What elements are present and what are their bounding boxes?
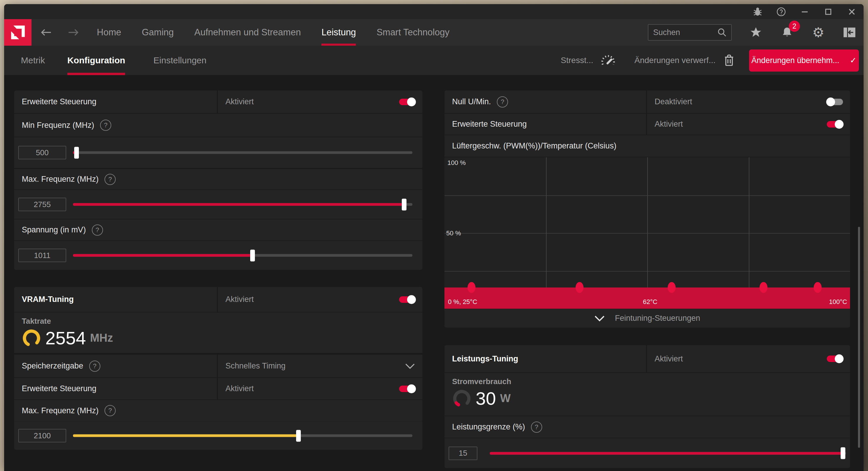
maximize-icon: [824, 7, 833, 16]
discard-changes-button[interactable]: Änderungen verwerf...: [634, 56, 716, 65]
search-box[interactable]: [648, 24, 732, 41]
min-frequency-help-icon[interactable]: ?: [100, 120, 111, 131]
power-limit-input[interactable]: [448, 446, 477, 460]
voltage-slider[interactable]: [73, 254, 412, 257]
fan-advanced-control-toggle[interactable]: [827, 121, 843, 127]
fan-curve-point[interactable]: [467, 282, 475, 293]
vram-clock-value: 2554: [45, 328, 86, 349]
power-limit-slider[interactable]: [490, 452, 846, 454]
min-frequency-input[interactable]: [18, 146, 66, 159]
memory-timing-dropdown[interactable]: Schnelles Timing: [218, 355, 422, 377]
vram-clock-row: Taktrate 2554 MHz: [14, 313, 422, 353]
chart-mid-temp-label: 62°C: [643, 298, 657, 306]
fan-advanced-control-label: Erweiterte Steuerung: [452, 120, 527, 129]
nav-tab-smart-technology[interactable]: Smart Technology: [376, 19, 450, 46]
fan-advanced-control-state: Aktiviert: [655, 120, 683, 129]
subtab-metrics[interactable]: Metrik: [21, 46, 45, 75]
fan-curve-points: [444, 157, 850, 309]
fan-chart-title-row: Lüftergeschw. (PWM(%))/Temperatur (Celsi…: [444, 135, 850, 157]
power-consumption-value: 30: [476, 388, 496, 409]
bug-report-button[interactable]: [746, 4, 769, 19]
forward-button[interactable]: [67, 27, 80, 37]
apply-changes-button[interactable]: Änderungen übernehm... ✓: [749, 50, 859, 71]
voltage-input[interactable]: [18, 248, 66, 262]
fan-curve-point[interactable]: [760, 282, 768, 293]
subtab-settings[interactable]: Einstellungen: [153, 46, 206, 75]
amd-logo[interactable]: [4, 19, 31, 46]
stress-test-button[interactable]: Stresst...: [561, 56, 593, 65]
panel-toggle-icon: [843, 27, 856, 38]
back-button[interactable]: [39, 27, 53, 37]
power-limit-slider-handle[interactable]: [841, 447, 845, 459]
vram-max-frequency-slider[interactable]: [73, 435, 412, 437]
gpu-advanced-control-row: Erweiterte Steuerung Aktiviert: [14, 90, 422, 113]
fan-curve-point[interactable]: [576, 282, 584, 293]
main-navbar: Home Gaming Aufnehmen und Streamen Leist…: [4, 19, 864, 46]
tuning-actions: Stresst... Änderungen verwerf... Änderun…: [561, 50, 864, 71]
chevron-down-icon: [594, 315, 605, 322]
max-frequency-slider-handle[interactable]: [402, 199, 406, 210]
maximize-button[interactable]: [816, 4, 840, 19]
zero-rpm-toggle[interactable]: [827, 99, 843, 105]
max-frequency-slider[interactable]: [73, 203, 412, 206]
zero-rpm-label: Null U/Min.: [452, 97, 491, 106]
vram-tuning-toggle[interactable]: [399, 296, 415, 303]
nav-tab-home[interactable]: Home: [97, 19, 121, 46]
fan-curve-chart[interactable]: 100 % 50 % 0 %, 25°C 62°C 100°C: [444, 157, 850, 309]
voltage-slider-handle[interactable]: [250, 249, 255, 261]
minimize-button[interactable]: [793, 4, 816, 19]
nav-tab-record-stream[interactable]: Aufnehmen und Streamen: [194, 19, 301, 46]
max-frequency-help-icon[interactable]: ?: [104, 174, 116, 185]
zero-rpm-help-icon[interactable]: ?: [497, 96, 508, 108]
titlebar: [4, 4, 864, 19]
fan-curve-point[interactable]: [813, 282, 822, 293]
min-frequency-slider-handle[interactable]: [74, 147, 79, 158]
fan-curve-point[interactable]: [668, 282, 676, 293]
power-consumption-label: Stromverbrauch: [452, 377, 850, 386]
radeon-software-window: Home Gaming Aufnehmen und Streamen Leist…: [4, 4, 864, 471]
power-consumption-row: Stromverbrauch 30 W: [444, 373, 850, 416]
search-icon: [717, 27, 727, 37]
chart-max-temp-label: 100°C: [829, 298, 847, 306]
power-limit-help-icon[interactable]: ?: [531, 421, 542, 433]
vram-max-frequency-slider-handle[interactable]: [296, 430, 301, 442]
vram-tuning-title: VRAM-Tuning: [22, 295, 73, 304]
gear-icon: ⚙: [812, 26, 824, 39]
trash-icon[interactable]: [723, 54, 735, 67]
collapse-panel-button[interactable]: [842, 25, 857, 39]
subtab-tuning[interactable]: Konfiguration: [67, 46, 125, 75]
help-button[interactable]: [769, 4, 793, 19]
voltage-help-icon[interactable]: ?: [92, 225, 103, 236]
vram-max-frequency-help-icon[interactable]: ?: [104, 405, 116, 416]
vram-clock-unit: MHz: [90, 332, 113, 344]
nav-tab-gaming[interactable]: Gaming: [142, 19, 174, 46]
notifications-button[interactable]: 2: [780, 25, 794, 39]
min-frequency-slider[interactable]: [73, 151, 412, 154]
close-button[interactable]: [840, 4, 864, 19]
desktop: { "titlebar": { "icons": ["bug-report", …: [0, 0, 868, 471]
vram-max-frequency-label: Max. Frequenz (MHz): [22, 406, 99, 415]
settings-button[interactable]: ⚙: [811, 25, 825, 39]
vertical-scrollbar[interactable]: [858, 227, 860, 448]
power-tuning-toggle[interactable]: [827, 356, 843, 362]
max-frequency-label: Max. Frequenz (MHz): [22, 175, 99, 184]
vram-advanced-control-toggle[interactable]: [399, 386, 415, 392]
performance-subtabs: Metrik Konfiguration Einstellungen Stres…: [4, 46, 864, 75]
check-icon: ✓: [850, 56, 857, 65]
gauge-icon[interactable]: [600, 54, 616, 67]
search-input[interactable]: [653, 28, 717, 37]
memory-timing-help-icon[interactable]: ?: [89, 360, 100, 372]
gpu-advanced-control-toggle[interactable]: [399, 99, 415, 105]
min-frequency-label-row: Min Frequenz (MHz) ?: [14, 114, 422, 137]
nav-tab-performance[interactable]: Leistung: [321, 19, 356, 46]
favorites-button[interactable]: [749, 25, 763, 39]
zero-rpm-row: Null U/Min. ? Deaktiviert: [444, 90, 850, 113]
fine-tuning-expander[interactable]: Feintuning-Steuerungen: [444, 309, 850, 328]
vram-advanced-control-label: Erweiterte Steuerung: [22, 384, 97, 393]
max-frequency-input[interactable]: [18, 198, 66, 211]
vram-max-frequency-slider-row: [14, 421, 422, 450]
vram-clock-label: Taktrate: [22, 317, 422, 326]
arrow-left-icon: [39, 27, 52, 37]
max-frequency-label-row: Max. Frequenz (MHz) ?: [14, 169, 422, 189]
vram-max-frequency-input[interactable]: [18, 429, 66, 442]
